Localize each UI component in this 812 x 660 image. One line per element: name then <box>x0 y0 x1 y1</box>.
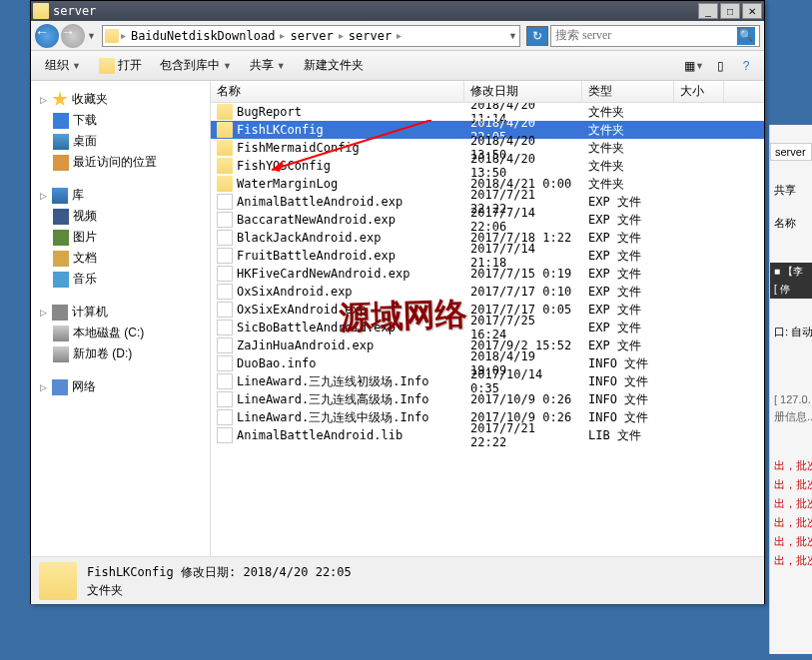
search-input[interactable] <box>555 28 737 43</box>
sidebar-downloads[interactable]: 下载 <box>35 110 206 131</box>
search-icon[interactable]: 🔍 <box>737 27 755 45</box>
library-group[interactable]: ▷库 <box>35 185 206 206</box>
list-body: BugReport2018/4/20 11:14文件夹FishLKConfig2… <box>211 103 764 556</box>
sidebar-music[interactable]: 音乐 <box>35 269 206 290</box>
breadcrumb-part[interactable]: BaiduNetdiskDownload <box>128 29 279 43</box>
file-type: EXP 文件 <box>582 229 674 248</box>
history-dropdown[interactable]: ▼ <box>87 31 96 41</box>
file-name: LineAward.三九连线初级场.Info <box>237 373 428 390</box>
navbar: ← → ▼ ▸ BaiduNetdiskDownload ▸ server ▸ … <box>31 21 764 51</box>
file-size <box>674 273 724 275</box>
file-icon <box>217 427 233 443</box>
file-date: 2017/7/15 0:19 <box>464 266 582 282</box>
file-icon <box>217 320 233 335</box>
view-button[interactable]: ▦▼ <box>682 55 706 77</box>
file-type: INFO 文件 <box>582 354 674 373</box>
network-group[interactable]: ▷网络 <box>35 376 206 397</box>
include-library-button[interactable]: 包含到库中▼ <box>152 54 240 77</box>
file-name: FishLKConfig <box>237 123 324 137</box>
file-type: EXP 文件 <box>582 319 674 337</box>
file-size <box>674 309 724 311</box>
preview-pane-button[interactable]: ▯ <box>708 55 732 77</box>
file-type: EXP 文件 <box>582 193 674 212</box>
file-row[interactable]: HKFiveCardNewAndroid.exp2017/7/15 0:19EX… <box>211 265 764 283</box>
sidebar-recent[interactable]: 最近访问的位置 <box>35 152 206 173</box>
sidebar-disk-c[interactable]: 本地磁盘 (C:) <box>35 323 206 343</box>
computer-group[interactable]: ▷计算机 <box>35 302 206 323</box>
sidebar-video[interactable]: 视频 <box>35 206 206 227</box>
file-name: OxSixAndroid.exp <box>237 285 353 299</box>
new-folder-button[interactable]: 新建文件夹 <box>296 54 372 77</box>
file-name: OxSixExAndroid.exp <box>237 303 367 317</box>
file-type: EXP 文件 <box>582 283 674 302</box>
file-type: EXP 文件 <box>582 211 674 230</box>
organize-button[interactable]: 组织▼ <box>37 54 89 77</box>
status-icon <box>39 562 77 600</box>
file-type: 文件夹 <box>582 139 674 158</box>
file-name: FishMermaidConfig <box>237 141 360 155</box>
sidebar-desktop[interactable]: 桌面 <box>35 131 206 152</box>
list-header: 名称 修改日期 类型 大小 <box>211 81 764 103</box>
side-tab-server[interactable]: server <box>770 143 812 161</box>
file-list: 名称 修改日期 类型 大小 BugReport2018/4/20 11:14文件… <box>211 81 764 556</box>
column-type[interactable]: 类型 <box>582 81 674 102</box>
file-name: BlackJackAndroid.exp <box>237 231 382 245</box>
back-button[interactable]: ← <box>35 24 59 48</box>
file-icon <box>217 409 233 425</box>
sidebar-disk-d[interactable]: 新加卷 (D:) <box>35 343 206 364</box>
breadcrumb-part[interactable]: server <box>287 29 336 43</box>
maximize-button[interactable]: □ <box>720 3 740 19</box>
search-box[interactable]: 🔍 <box>550 25 760 47</box>
breadcrumb-part[interactable]: server <box>346 29 395 43</box>
sidebar-pictures[interactable]: 图片 <box>35 227 206 248</box>
file-icon <box>217 212 233 228</box>
file-name: AnimalBattleAndroid.exp <box>237 195 403 209</box>
window-title: server <box>53 4 698 18</box>
file-row[interactable]: FruitBattleAndroid.exp2017/7/14 21:18EXP… <box>211 247 764 265</box>
sidebar: ▷收藏夹 下载 桌面 最近访问的位置 ▷库 视频 图片 文档 音乐 ▷计算机 本… <box>31 81 211 556</box>
file-row[interactable]: BaccaratNewAndroid.exp2017/7/14 22:06EXP… <box>211 211 764 229</box>
minimize-button[interactable]: _ <box>698 3 718 19</box>
titlebar[interactable]: server _ □ ✕ <box>31 1 764 21</box>
file-size <box>674 362 724 364</box>
file-type: EXP 文件 <box>582 301 674 320</box>
column-size[interactable]: 大小 <box>674 81 724 102</box>
share-button[interactable]: 共享▼ <box>242 54 294 77</box>
breadcrumb[interactable]: ▸ BaiduNetdiskDownload ▸ server ▸ server… <box>102 25 520 47</box>
file-name: AnimalBattleAndroid.lib <box>237 428 403 442</box>
toolbar: 组织▼ 打开 包含到库中▼ 共享▼ 新建文件夹 ▦▼ ▯ ? <box>31 51 764 81</box>
file-row[interactable]: LineAward.三九连线初级场.Info2017/10/14 0:35INF… <box>211 372 764 390</box>
file-row[interactable]: FishYQSConfig2018/4/20 13:50文件夹 <box>211 157 764 175</box>
open-button[interactable]: 打开 <box>91 54 150 77</box>
file-row[interactable]: SicBoBattleAndroid.exp2017/7/25 16:24EXP… <box>211 319 764 336</box>
file-size <box>674 129 724 131</box>
file-row[interactable]: AnimalBattleAndroid.lib2017/7/21 22:22LI… <box>211 426 764 444</box>
file-icon <box>217 230 233 246</box>
file-date: 2017/7/21 22:22 <box>464 420 582 450</box>
file-type: EXP 文件 <box>582 247 674 266</box>
file-row[interactable]: LineAward.三九连线高级场.Info2017/10/9 0:26INFO… <box>211 390 764 408</box>
favorites-group[interactable]: ▷收藏夹 <box>35 89 206 110</box>
status-text: FishLKConfig 修改日期: 2018/4/20 22:05 文件夹 <box>87 563 352 599</box>
file-icon <box>217 373 233 389</box>
file-size <box>674 344 724 346</box>
column-date[interactable]: 修改日期 <box>464 81 582 102</box>
file-date: 2017/10/9 0:26 <box>464 391 582 407</box>
help-button[interactable]: ? <box>734 55 758 77</box>
file-type: INFO 文件 <box>582 390 674 409</box>
close-button[interactable]: ✕ <box>742 3 762 19</box>
file-row[interactable]: OxSixAndroid.exp2017/7/17 0:10EXP 文件 <box>211 283 764 301</box>
folder-icon <box>217 122 233 138</box>
sidebar-documents[interactable]: 文档 <box>35 248 206 269</box>
refresh-button[interactable]: ↻ <box>526 26 548 46</box>
side-panel: server 共享 名称 ■ 【李 [ 停 口: 自动 [ 127.0. 册信息… <box>769 125 812 654</box>
folder-icon <box>217 158 233 174</box>
file-name: LineAward.三九连线中级场.Info <box>237 409 428 426</box>
window-icon <box>33 3 49 19</box>
file-name: SicBoBattleAndroid.exp <box>237 321 396 334</box>
column-name[interactable]: 名称 <box>211 81 464 102</box>
forward-button[interactable]: → <box>61 24 85 48</box>
folder-icon <box>217 176 233 192</box>
file-type: 文件夹 <box>582 175 674 194</box>
file-type: EXP 文件 <box>582 265 674 284</box>
